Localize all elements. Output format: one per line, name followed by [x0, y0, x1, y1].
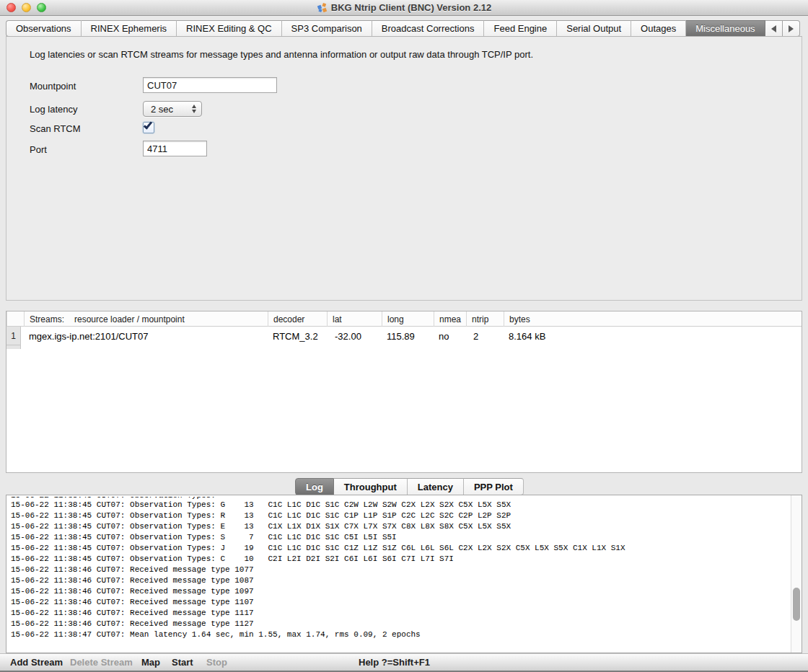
app-window: BKG Ntrip Client (BNC) Version 2.12 Obse…: [0, 0, 808, 672]
streams-table: Streams: resource loader / mountpoint de…: [6, 311, 802, 473]
tab-sp3-comparison[interactable]: SP3 Comparison: [282, 20, 372, 37]
log-line: 15-06-22 11:38:45 CUT07: Observation Typ…: [11, 510, 789, 521]
header-row-number: [6, 311, 24, 327]
log-latency-select[interactable]: 2 sec: [143, 101, 202, 117]
log-latency-label: Log latency: [30, 104, 78, 115]
window-controls: [6, 3, 46, 12]
chevron-right-icon: [789, 25, 794, 32]
tab-broadcast-corrections[interactable]: Broadcast Corrections: [372, 20, 485, 37]
close-button[interactable]: [6, 3, 16, 12]
tab-latency[interactable]: Latency: [408, 478, 464, 495]
cell-bytes: 8.164 kB: [504, 327, 545, 345]
streams-label: Streams:: [30, 314, 64, 324]
log-line: 15-06-22 11:38:46 CUT07: Received messag…: [11, 608, 789, 619]
tab-rinex-editing-qc[interactable]: RINEX Editing & QC: [177, 20, 282, 37]
row-number: 1: [6, 327, 21, 345]
tab-outages[interactable]: Outages: [631, 20, 686, 37]
tab-observations[interactable]: Observations: [6, 20, 82, 37]
log-latency-value: 2 sec: [144, 104, 190, 115]
header-mountpoint: Streams: resource loader / mountpoint: [24, 311, 268, 327]
log-scrollbar[interactable]: [791, 495, 802, 653]
bottom-toolbar: Add Stream Delete Stream Map Start Stop …: [0, 653, 808, 672]
title-bar: BKG Ntrip Client (BNC) Version 2.12: [0, 0, 808, 16]
log-output-panel[interactable]: 15-06-22 11:38:45 CUT07: Observation Typ…: [6, 495, 802, 653]
log-line: 15-06-22 11:38:46 CUT07: Received messag…: [11, 597, 789, 608]
port-input[interactable]: [143, 141, 207, 156]
log-line: 15-06-22 11:38:45 CUT07: Observation Typ…: [11, 543, 789, 554]
cell-decoder: RTCM_3.2: [268, 327, 318, 345]
stepper-arrows-icon: [190, 105, 201, 113]
tab-scroll-left-button[interactable]: [765, 20, 783, 37]
main-tab-bar: Observations RINEX Ephemeris RINEX Editi…: [6, 20, 802, 37]
cell-lat: -32.00: [330, 327, 361, 345]
chevron-left-icon: [771, 25, 776, 32]
header-decoder: decoder: [268, 311, 327, 327]
tab-miscellaneous[interactable]: Miscellaneous: [686, 20, 765, 37]
header-nmea: nmea: [434, 311, 466, 327]
delete-stream-button: Delete Stream: [70, 657, 133, 668]
mountpoint-label: Mountpoint: [30, 81, 76, 92]
checkmark-icon: [144, 120, 152, 129]
window-title: BKG Ntrip Client (BNC) Version 2.12: [331, 2, 491, 13]
log-line: 15-06-22 11:38:46 CUT07: Received messag…: [11, 565, 789, 575]
panel-description: Log latencies or scan RTCM streams for m…: [30, 49, 533, 60]
log-line: 15-06-22 11:38:46 CUT07: Received messag…: [11, 575, 789, 586]
log-line: 15-06-22 11:38:45 CUT07: Observation Typ…: [11, 521, 789, 532]
header-long: long: [382, 311, 434, 327]
tab-throughput[interactable]: Throughput: [334, 478, 408, 495]
log-line: 15-06-22 11:38:47 CUT07: Mean latency 1.…: [11, 629, 789, 640]
log-line: 15-06-22 11:38:45 CUT07: Observation Typ…: [11, 554, 789, 565]
cell-long: 115.89: [382, 327, 415, 345]
tab-log[interactable]: Log: [295, 478, 334, 495]
scan-rtcm-label: Scan RTCM: [30, 123, 81, 134]
log-line: 15-06-22 11:38:46 CUT07: Received messag…: [11, 586, 789, 597]
log-content: 15-06-22 11:38:45 CUT07: Observation Typ…: [11, 497, 789, 640]
log-scrollbar-thumb[interactable]: [793, 588, 800, 621]
log-line: 15-06-22 11:38:45 CUT07: Observation Typ…: [11, 500, 789, 510]
tab-ppp-plot[interactable]: PPP Plot: [464, 478, 524, 495]
cell-ntrip: 2: [468, 327, 478, 345]
header-ntrip: ntrip: [466, 311, 504, 327]
port-label: Port: [30, 144, 47, 155]
row-number-stub: [6, 345, 21, 349]
tab-serial-output[interactable]: Serial Output: [557, 20, 631, 37]
minimize-button[interactable]: [22, 3, 31, 12]
stop-button: Stop: [206, 657, 227, 668]
tab-scroll-right-button[interactable]: [783, 20, 800, 37]
header-bytes: bytes: [504, 311, 590, 327]
map-button[interactable]: Map: [141, 657, 160, 668]
log-tab-bar: Log Throughput Latency PPP Plot: [295, 478, 524, 495]
log-line: 15-06-22 11:38:46 CUT07: Received messag…: [11, 619, 789, 629]
miscellaneous-panel: Log latencies or scan RTCM streams for m…: [6, 36, 802, 301]
window-title-area: BKG Ntrip Client (BNC) Version 2.12: [317, 2, 491, 13]
add-stream-button[interactable]: Add Stream: [10, 657, 63, 668]
scan-rtcm-checkbox[interactable]: [143, 122, 154, 133]
table-row[interactable]: 1 mgex.igs-ip.net:2101/CUT07 RTCM_3.2 -3…: [6, 327, 802, 345]
zoom-button[interactable]: [37, 3, 46, 12]
start-button[interactable]: Start: [172, 657, 193, 668]
cell-mountpoint: mgex.igs-ip.net:2101/CUT07: [24, 327, 148, 345]
streams-table-header: Streams: resource loader / mountpoint de…: [6, 311, 802, 327]
app-icon: [317, 2, 328, 13]
header-lat: lat: [327, 311, 382, 327]
mountpoint-input[interactable]: [143, 77, 277, 93]
cell-nmea: no: [434, 327, 449, 345]
log-line-clipped: 15-06-22 11:38:45 CUT07: Observation Typ…: [11, 497, 789, 500]
tab-feed-engine[interactable]: Feed Engine: [484, 20, 557, 37]
tab-rinex-ephemeris[interactable]: RINEX Ephemeris: [82, 20, 177, 37]
help-shortcut-label: Help ?=Shift+F1: [359, 657, 430, 668]
log-line: 15-06-22 11:38:45 CUT07: Observation Typ…: [11, 532, 789, 543]
